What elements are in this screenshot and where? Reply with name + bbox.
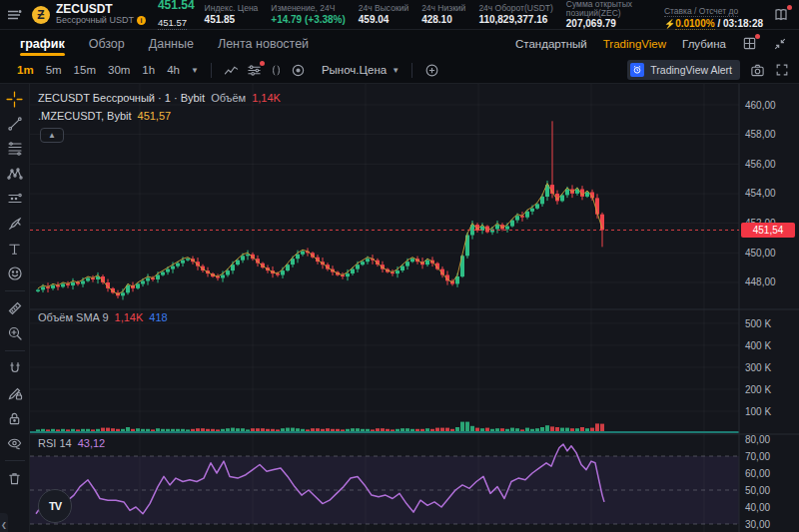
price-block: 451.54 451.57 [158,0,195,30]
volume-legend-label: Объём [211,92,246,104]
stat-5: Сумма открытых позиций(ZEC)207,069.79 [566,0,651,29]
zec-coin-logo: Ƶ [32,6,50,24]
index-legend-value: 451,57 [138,110,172,122]
svg-text:200 K: 200 K [745,384,771,395]
timeframe-more-icon[interactable]: ▼ [191,66,199,75]
order-price-mode-select[interactable]: Рыноч.Цена ▼ [322,64,400,76]
chart-canvas[interactable]: 448,00450,00452,00454,00456,00458,00460,… [30,84,799,532]
stat-3: 24ч Низкий428.10 [421,4,465,25]
mode-Глубина[interactable]: Глубина [682,38,726,50]
svg-text:80,00: 80,00 [745,434,770,445]
svg-text:300 K: 300 K [745,362,771,373]
svg-text:30,00: 30,00 [745,519,770,530]
crosshair-icon[interactable] [4,90,26,108]
tradingview-logo[interactable]: TV [38,489,72,523]
svg-text:40,00: 40,00 [745,502,770,513]
last-price: 451.54 [158,0,195,12]
screenshot-camera-icon[interactable] [750,63,765,78]
trendline-icon[interactable] [4,115,26,133]
timeframe-group: 1m5m15m30m1h4h [14,62,183,78]
funding-countdown: 03:18:28 [723,18,763,29]
add-indicator-icon[interactable] [424,63,439,78]
legend-collapse-button[interactable]: ▲ [40,128,64,143]
tab-bar: графикОбзорДанныеЛента новостей Стандарт… [0,30,799,57]
xabcd-pattern-icon[interactable] [4,165,26,183]
info-icon[interactable]: i [137,16,146,25]
drawing-toolbar [0,84,30,532]
hide-drawings-icon[interactable] [4,434,26,452]
chart-region: 448,00450,00452,00454,00456,00458,00460,… [0,84,799,532]
chevron-down-icon: ▼ [392,66,400,75]
stat-1: Изменение, 24Ч+14.79 (+3.38%) [271,4,346,25]
stat-2: 24ч Высокий459.04 [359,4,408,25]
svg-text:458,00: 458,00 [745,129,776,140]
svg-text:448,00: 448,00 [745,276,776,287]
brush-icon[interactable] [4,215,26,233]
tab-Обзор[interactable]: Обзор [89,30,125,57]
timeframe-1m[interactable]: 1m [14,62,37,78]
magnet-icon[interactable] [4,359,26,377]
mode-Стандартный[interactable]: Стандартный [515,38,587,50]
chart-style-icon[interactable] [224,63,239,78]
timeframe-15m[interactable]: 15m [71,62,99,78]
topbar-stats: Индекс. Цена451.85Изменение, 24Ч+14.79 (… [205,0,763,29]
emoji-icon[interactable] [4,265,26,282]
svg-text:500 K: 500 K [745,318,771,329]
lightning-icon: ⚡ [664,19,675,29]
topbar: Ƶ ZECUSDT Бессрочный USDT i 451.54 451.5… [0,0,799,30]
menu-icon[interactable] [6,7,22,23]
svg-text:451,54: 451,54 [753,225,784,236]
rsi-pane-value: 43,12 [78,437,106,449]
rsi-pane-label[interactable]: RSI 14 [38,437,72,449]
chart-settings-icon[interactable] [291,63,306,78]
orderbook-icon[interactable] [773,7,789,23]
alarm-icon [630,63,644,77]
trading-app: Ƶ ZECUSDT Бессрочный USDT i 451.54 451.5… [0,0,799,532]
stat-0: Индекс. Цена451.85 [205,4,259,25]
text-tool-icon[interactable] [4,240,26,258]
svg-text:456,00: 456,00 [745,159,776,170]
index-legend-symbol[interactable]: .MZECUSDT, Bybit [38,110,132,122]
timeframe-1h[interactable]: 1h [139,62,158,78]
timeframe-5m[interactable]: 5m [43,62,65,78]
sidebar-collapse-handle[interactable]: ❮ [0,513,8,532]
tab-Лента новостей[interactable]: Лента новостей [218,30,309,57]
collapse-window-icon[interactable] [773,37,787,51]
fullscreen-icon[interactable] [775,63,789,77]
volume-legend-value: 1,14K [252,92,281,104]
svg-text:454,00: 454,00 [745,188,776,199]
svg-text:400 K: 400 K [745,340,771,351]
volume-pane-label[interactable]: Объём SMA 9 [38,311,109,323]
stat-6: Ставка / Отсчет до⚡0.0100% / 03:18:28 [664,0,763,29]
contract-type-label: Бессрочный USDT [56,16,134,25]
svg-text:50,00: 50,00 [745,485,770,496]
svg-text:450,00: 450,00 [745,248,776,259]
chart-legend-symbol[interactable]: ZECUSDT Бессрочный · 1 · Bybit [38,92,205,104]
long-position-icon[interactable] [4,190,26,208]
lock-drawings-icon[interactable] [4,409,26,427]
svg-text:70,00: 70,00 [745,451,770,462]
indicators-icon[interactable] [247,63,262,78]
tradingview-alert-button[interactable]: TradingView Alert [627,60,740,80]
chart-mode-switch: СтандартныйTradingViewГлубина [515,38,726,50]
timeframe-4h[interactable]: 4h [164,62,183,78]
layout-grid-icon[interactable] [742,36,757,51]
drawing-edit-lock-icon[interactable] [4,384,26,402]
last-price-label: 451,54 [741,223,795,238]
candlestick-chart[interactable]: 448,00450,00452,00454,00456,00458,00460,… [30,84,799,532]
symbol-block[interactable]: ZECUSDT Бессрочный USDT i [56,3,146,25]
compare-icon[interactable] [270,63,283,78]
funding-rate[interactable]: 0.0100% [675,18,714,30]
stat-4: 24ч Оборот(USDT)110,829,377.16 [478,4,552,25]
zoom-in-icon[interactable] [4,324,26,342]
svg-text:60,00: 60,00 [745,468,770,479]
remove-drawings-icon[interactable] [4,469,26,487]
fib-retracement-icon[interactable] [4,140,26,158]
svg-text:460,00: 460,00 [745,100,776,111]
tab-Данные[interactable]: Данные [149,30,194,57]
ruler-icon[interactable] [4,299,26,317]
tab-график[interactable]: график [20,30,65,57]
mark-price[interactable]: 451.57 [158,18,187,29]
mode-TradingView[interactable]: TradingView [603,38,666,50]
timeframe-30m[interactable]: 30m [105,62,133,78]
